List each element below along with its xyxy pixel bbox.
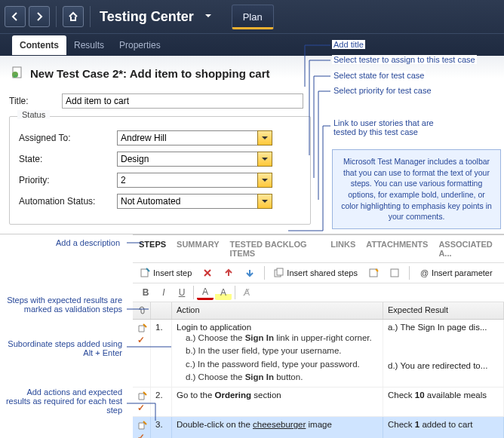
app-header: Testing Center Plan Contents Results Pro… (0, 0, 504, 56)
create-shared-steps-button[interactable] (365, 266, 382, 280)
assigned-to-field[interactable] (117, 130, 257, 145)
priority-dropdown[interactable] (257, 173, 272, 188)
home-button[interactable] (63, 6, 84, 27)
status-legend: Status (17, 110, 50, 119)
title-label: Title: (9, 96, 62, 106)
font-color-button[interactable]: A (197, 285, 214, 300)
parameter-icon: @ (419, 268, 429, 278)
state-field[interactable] (117, 152, 257, 167)
steps-tabstrip: STEPS SUMMARY TESTED BACKLOG ITEMS LINKS… (133, 235, 504, 263)
context-dropdown[interactable] (204, 11, 212, 22)
clear-format-button[interactable]: A̸ (238, 285, 255, 300)
open-shared-steps-button[interactable] (386, 266, 403, 280)
automation-status-field[interactable] (117, 194, 257, 209)
step-number: 3. (151, 417, 172, 438)
step-type-icon: ✓ (133, 320, 151, 387)
insert-parameter-button[interactable]: @ Insert parameter (416, 266, 496, 280)
title-field[interactable] (62, 93, 303, 109)
steps-toolbar: Insert step Insert shared steps @ Insert… (133, 263, 504, 283)
bold-button[interactable]: B (137, 285, 154, 300)
table-row[interactable]: ✓3.Double-click on the cheeseburger imag… (133, 417, 504, 438)
test-case-heading-text: New Test Case 2*: Add item to shopping c… (30, 67, 270, 80)
step-expected-cell[interactable]: Check 1 added to cart (383, 417, 504, 438)
nav-forward-button[interactable] (29, 6, 50, 27)
format-toolbar: B I U A A A̸ (133, 283, 504, 302)
assigned-to-label: Assigned To: (19, 133, 117, 143)
subtab-properties[interactable]: Properties (112, 35, 168, 55)
divider (90, 6, 91, 27)
activity-plan-tab[interactable]: Plan (232, 5, 274, 29)
insert-step-button[interactable]: Insert step (137, 266, 195, 280)
move-up-button[interactable] (220, 266, 237, 280)
callout-subordinate: Subordinate steps added using Alt + Ente… (3, 339, 124, 357)
tab-associated[interactable]: ASSOCIATED A... (438, 240, 498, 258)
svg-rect-4 (277, 268, 283, 275)
highlight-button[interactable]: A (215, 285, 232, 300)
grid-header: Action Expected Result (133, 302, 504, 320)
callout-validation-steps: Steps with expected results are marked a… (3, 296, 124, 314)
step-expected-cell[interactable]: a.) The Sign In page dis...d.) You are r… (383, 320, 504, 387)
callout-add-actions: Add actions and expected results as requ… (3, 387, 124, 415)
svg-rect-6 (391, 269, 398, 277)
status-group: Status Assigned To: State: Priority: (9, 116, 311, 225)
tab-links[interactable]: LINKS (330, 240, 355, 258)
open-icon (389, 268, 400, 278)
priority-field[interactable] (117, 173, 257, 188)
arrow-down-icon (244, 268, 255, 278)
step-action-cell[interactable]: Login to applicationa.) Choose the Sign … (172, 320, 383, 387)
insert-shared-steps-button[interactable]: Insert shared steps (271, 266, 361, 280)
svg-rect-2 (141, 269, 148, 277)
new-shared-icon (368, 268, 379, 278)
step-action-cell[interactable]: Go to the Ordering section (172, 387, 383, 416)
step-action-cell[interactable]: Double-click on the cheeseburger image (172, 417, 383, 438)
nav-back-button[interactable] (5, 6, 26, 27)
insert-step-icon (140, 268, 151, 278)
test-case-icon (11, 66, 24, 80)
app-title: Testing Center (100, 9, 194, 25)
svg-text:@: @ (420, 268, 429, 277)
expected-column-header: Expected Result (383, 302, 504, 319)
automation-status-dropdown[interactable] (257, 194, 272, 209)
automation-status-label: Automation Status: (19, 196, 117, 207)
tab-steps[interactable]: STEPS (139, 240, 166, 258)
step-expected-cell[interactable]: Check 10 available meals (383, 387, 504, 416)
tab-summary[interactable]: SUMMARY (177, 240, 219, 258)
divider (56, 6, 57, 27)
step-type-icon: ✓ (133, 417, 151, 438)
step-number: 2. (151, 387, 172, 416)
state-label: State: (19, 154, 117, 164)
state-dropdown[interactable] (257, 152, 272, 167)
steps-grid: Action Expected Result ✓1.Login to appli… (133, 302, 504, 438)
arrow-up-icon (223, 268, 234, 278)
priority-label: Priority: (19, 175, 117, 185)
move-down-button[interactable] (241, 266, 258, 280)
attachment-header-icon (133, 302, 151, 319)
underline-button[interactable]: U (174, 285, 190, 300)
callout-format-tip: Microsoft Test Manager includes a toolba… (332, 149, 501, 229)
test-case-heading: New Test Case 2*: Add item to shopping c… (9, 62, 495, 89)
tab-tested-backlog[interactable]: TESTED BACKLOG ITEMS (230, 240, 321, 258)
shared-steps-icon (274, 268, 284, 278)
steps-panel: STEPS SUMMARY TESTED BACKLOG ITEMS LINKS… (133, 234, 504, 438)
action-column-header: Action (172, 302, 383, 319)
step-type-icon: ✓ (133, 387, 151, 416)
callout-add-desc: Add a description (54, 238, 121, 247)
subtab-contents[interactable]: Contents (12, 35, 66, 55)
delete-icon (202, 268, 213, 278)
step-number: 1. (151, 320, 172, 387)
subtab-bar: Contents Results Properties (0, 33, 504, 56)
svg-point-1 (12, 72, 18, 78)
tab-attachments[interactable]: ATTACHMENTS (366, 240, 428, 258)
delete-step-button[interactable] (199, 266, 216, 280)
italic-button[interactable]: I (155, 285, 172, 300)
table-row[interactable]: ✓1.Login to applicationa.) Choose the Si… (133, 320, 504, 387)
subtab-results[interactable]: Results (66, 35, 112, 55)
assigned-to-dropdown[interactable] (257, 130, 272, 145)
table-row[interactable]: ✓2.Go to the Ordering sectionCheck 10 av… (133, 387, 504, 417)
